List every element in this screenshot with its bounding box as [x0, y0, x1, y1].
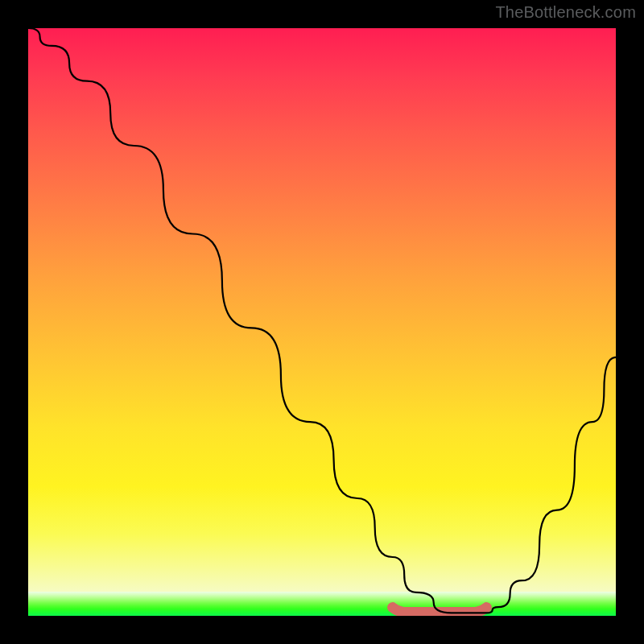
curve-overlay — [28, 28, 616, 616]
bottleneck-curve — [28, 28, 616, 613]
plot-area — [28, 28, 616, 616]
chart-stage: TheBottleneck.com — [0, 0, 644, 644]
watermark-text: TheBottleneck.com — [495, 3, 636, 22]
